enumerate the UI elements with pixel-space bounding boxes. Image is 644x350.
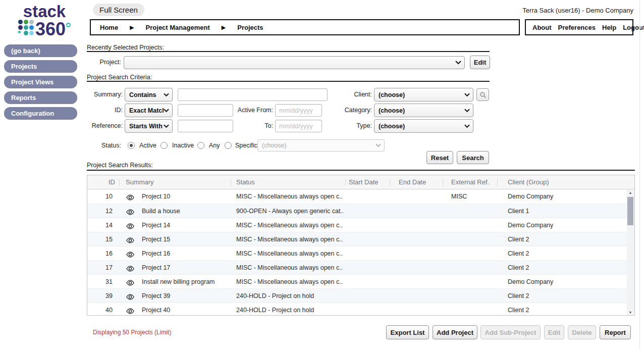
divider (87, 81, 490, 82)
column-header-status[interactable]: Status (236, 175, 255, 189)
view-eye-icon[interactable] (126, 208, 135, 214)
sidebar-item-go-back[interactable]: (go back) (4, 44, 77, 57)
summary-match-select[interactable]: Contains (125, 88, 173, 102)
specific-select[interactable]: (choose) (257, 139, 385, 152)
edit-project-button[interactable]: Edit (470, 56, 490, 69)
column-divider (119, 179, 120, 186)
client-search-button[interactable] (476, 88, 489, 101)
status-radio-label: Specific: (235, 139, 259, 152)
view-eye-icon[interactable] (126, 236, 135, 242)
chevron-down-icon (375, 143, 381, 147)
report-button[interactable]: Report (600, 325, 631, 339)
search-results-title: Project Search Results: (87, 162, 153, 169)
cell-status: MISC - Miscellaneous always open c... (236, 189, 343, 204)
cell-status: MISC - Miscellaneous always open c... (236, 218, 343, 232)
status-radio-label: Active (139, 139, 156, 152)
table-row-project-16[interactable]: 16Project 16MISC - Miscellaneous always … (87, 246, 627, 260)
cell-client: Demo Company (508, 275, 621, 289)
sidebar-item-project-views[interactable]: Project Views (4, 76, 77, 88)
cell-start-date (349, 232, 388, 246)
client-select[interactable]: (choose) (374, 88, 473, 102)
cell-id: 15 (87, 232, 113, 246)
chevron-down-icon (455, 61, 461, 65)
results-table: IDSummaryStatusStart DateEnd DateExterna… (87, 175, 635, 316)
column-header-client[interactable]: Client (Group) (508, 175, 549, 189)
cell-end-date (399, 289, 441, 303)
to-input[interactable] (275, 120, 322, 132)
add-project-button[interactable]: Add Project (433, 325, 477, 339)
type-select[interactable]: (choose) (374, 119, 473, 133)
table-row-project-40[interactable]: 40Project 40240-HOLD - Project on holdCl… (87, 303, 627, 316)
table-row-project-39[interactable]: 39Project 39240-HOLD - Project on holdCl… (87, 288, 627, 303)
column-header-end-date[interactable]: End Date (399, 175, 426, 189)
status-radio-specific[interactable] (225, 142, 232, 149)
summary-match-value: Contains (125, 91, 164, 98)
cell-external-ref (451, 303, 496, 316)
view-eye-icon[interactable] (126, 193, 135, 199)
sidebar-item-projects[interactable]: Projects (4, 60, 77, 73)
id-match-select[interactable]: Exact Match (125, 104, 173, 117)
menu-preferences[interactable]: Preferences (558, 24, 596, 31)
cell-id: 31 (87, 275, 113, 289)
scrollbar-thumb[interactable] (627, 197, 633, 225)
menu-help[interactable]: Help (602, 24, 616, 31)
cell-external-ref (451, 204, 496, 218)
status-radio-label: Any (209, 139, 220, 152)
full-screen-button[interactable]: Full Screen (93, 4, 144, 16)
reference-match-select[interactable]: Starts With (125, 119, 173, 133)
project-select[interactable] (124, 56, 465, 69)
summary-input[interactable] (178, 88, 328, 101)
cell-status: 900-OPEN - Always open generic cat... (236, 204, 343, 218)
status-radio-active[interactable] (128, 142, 135, 149)
breadcrumb-projects[interactable]: Projects (237, 24, 263, 31)
view-eye-icon[interactable] (126, 279, 135, 285)
column-header-start-date[interactable]: Start Date (349, 175, 379, 189)
table-scrollbar[interactable]: ▲ ▼ (626, 189, 634, 316)
cell-id: 10 (87, 189, 113, 204)
cell-status: MISC - Miscellaneous always open c... (236, 232, 343, 246)
column-header-id[interactable]: ID (87, 175, 115, 189)
table-row-project-10[interactable]: 10Project 10MISC - Miscellaneous always … (87, 189, 627, 204)
logo-degree-icon (66, 23, 71, 27)
sidebar-item-reports[interactable]: Reports (4, 91, 77, 104)
breadcrumb: Home ▶ Project Management ▶ Projects (90, 19, 520, 35)
status-radio-inactive[interactable] (160, 142, 168, 149)
divider (87, 170, 635, 171)
reset-button[interactable]: Reset (426, 151, 453, 164)
column-header-external-ref[interactable]: External Ref. (451, 175, 489, 189)
table-row-project-15[interactable]: 15Project 15MISC - Miscellaneous always … (87, 232, 627, 246)
sidebar-item-configuration[interactable]: Configuration (4, 107, 77, 120)
view-eye-icon[interactable] (126, 307, 135, 313)
menu-logout[interactable]: Logout (623, 24, 644, 31)
type-select-value: (choose) (374, 123, 464, 130)
column-divider (231, 179, 231, 186)
active-from-input[interactable] (275, 104, 322, 117)
table-row-project-31[interactable]: 31Install new billing programMISC - Misc… (87, 274, 627, 288)
client-label: Client: (325, 88, 372, 102)
breadcrumb-home[interactable]: Home (100, 24, 118, 31)
menu-about[interactable]: About (532, 24, 552, 31)
chevron-down-icon (164, 109, 169, 113)
export-list-button[interactable]: Export List (386, 325, 429, 339)
view-eye-icon[interactable] (126, 222, 135, 228)
category-select[interactable]: (choose) (374, 104, 473, 117)
column-header-summary[interactable]: Summary (126, 175, 154, 189)
column-divider (390, 179, 390, 186)
view-eye-icon[interactable] (126, 251, 135, 257)
search-button[interactable]: Search (457, 151, 489, 164)
cell-end-date (399, 275, 441, 289)
table-row-project-17[interactable]: 17Project 17MISC - Miscellaneous always … (87, 260, 627, 274)
view-eye-icon[interactable] (126, 265, 135, 271)
id-match-value: Exact Match (125, 107, 164, 114)
reference-match-value: Starts With (125, 123, 164, 130)
cell-external-ref (451, 261, 496, 275)
logo-dots-icon (18, 20, 34, 35)
table-row-project-12[interactable]: 12Build a house900-OPEN - Always open ge… (87, 204, 627, 218)
view-eye-icon[interactable] (126, 293, 135, 299)
status-radio-any[interactable] (197, 142, 204, 149)
cell-end-date (399, 218, 441, 232)
scroll-down-icon[interactable]: ▼ (626, 309, 634, 316)
scroll-up-icon[interactable]: ▲ (626, 189, 634, 196)
breadcrumb-project-management[interactable]: Project Management (146, 24, 210, 31)
table-row-project-14[interactable]: 14Project 14MISC - Miscellaneous always … (87, 218, 627, 232)
